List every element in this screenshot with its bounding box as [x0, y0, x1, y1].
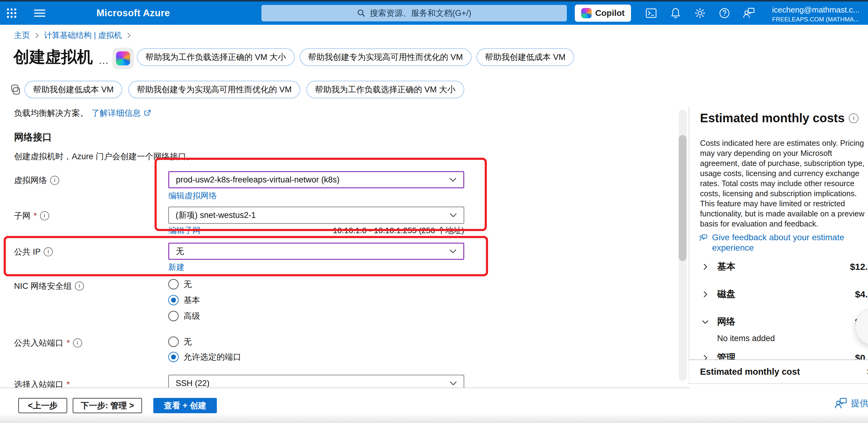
- radio-unselected-icon: [168, 311, 179, 321]
- chevron-right-icon: [35, 32, 39, 39]
- suggestion-high-availability-button[interactable]: 帮助我创建专为实现高可用性而优化的 VM: [128, 81, 300, 98]
- search-placeholder: 搜索资源、服务和文档(G+/): [370, 8, 471, 19]
- help-icon[interactable]: [715, 2, 734, 25]
- nsg-option-none[interactable]: 无: [168, 279, 192, 290]
- info-icon[interactable]: [849, 113, 859, 123]
- required-asterisk: *: [34, 211, 37, 221]
- nsg-option-basic[interactable]: 基本: [168, 294, 200, 306]
- info-icon[interactable]: [50, 176, 59, 185]
- external-link-icon: [144, 109, 151, 117]
- cost-panel-title: Estimated monthly costs: [700, 111, 844, 125]
- field-label-text: 公共 IP: [14, 246, 41, 257]
- chevron-right-icon: [701, 290, 709, 298]
- virtual-network-label: 虚拟网络: [14, 175, 59, 186]
- give-feedback-text: 提供反馈: [851, 397, 868, 410]
- info-icon[interactable]: [75, 281, 84, 291]
- cost-row-basic[interactable]: 基本 $12.9: [701, 260, 868, 273]
- next-step-button[interactable]: 下一步: 管理 >: [73, 398, 142, 413]
- copilot-tile-button[interactable]: [113, 48, 134, 69]
- chevron-down-icon: [449, 249, 457, 254]
- edit-subnet-link[interactable]: 编辑子网: [168, 225, 201, 236]
- cost-row-value: $12.9: [850, 262, 868, 272]
- radio-label: 允许选定的端口: [184, 351, 241, 363]
- radio-unselected-icon: [168, 279, 179, 289]
- intro-line: 负载均衡解决方案。 了解详细信息: [14, 108, 151, 119]
- total-label: Estimated monthly cost: [700, 367, 800, 377]
- radio-selected-icon: [168, 295, 179, 305]
- cost-panel-divider: [689, 107, 689, 384]
- subnet-address-range: 10.10.1.0 - 10.10.1.255 (256 个地址): [333, 225, 464, 236]
- feedback-person-icon: [834, 398, 847, 409]
- suggestion-high-availability-button[interactable]: 帮助我创建专为实现高可用性而优化的 VM: [300, 48, 471, 66]
- radio-label: 无: [184, 279, 192, 290]
- edit-virtual-network-link[interactable]: 编辑虚拟网络: [168, 190, 217, 201]
- radio-unselected-icon: [168, 337, 179, 347]
- public-ip-label: 公共 IP: [14, 246, 53, 257]
- network-interface-description: 创建虚拟机时，Azure 门户会创建一个网络接口。: [14, 151, 194, 162]
- suggestion-low-cost-button[interactable]: 帮助我创建低成本 VM: [476, 48, 574, 66]
- review-create-button[interactable]: 查看 + 创建: [153, 398, 217, 413]
- subnet-select[interactable]: (新项) snet-westus2-1: [168, 207, 464, 224]
- field-label-text: 子网: [14, 210, 31, 221]
- breadcrumb-parent-link[interactable]: 计算基础结构 | 虚拟机: [44, 30, 122, 41]
- selected-value: (新项) snet-westus2-1: [176, 210, 256, 221]
- give-feedback-link[interactable]: 提供反馈: [834, 397, 868, 410]
- suggestion-vm-size-button[interactable]: 帮助我为工作负载选择正确的 VM 大小: [137, 48, 295, 66]
- app-launcher-waffle-icon[interactable]: [2, 2, 21, 25]
- field-label-text: 虚拟网络: [14, 175, 47, 186]
- previous-step-button[interactable]: <上一步: [18, 398, 67, 413]
- cost-network-note: No items added: [717, 334, 775, 343]
- info-icon[interactable]: [40, 211, 49, 220]
- copilot-logo-icon: [116, 51, 130, 65]
- copilot-suggestions-row-inline: 帮助我创建低成本 VM 帮助我创建专为实现高可用性而优化的 VM 帮助我为工作负…: [25, 81, 464, 98]
- virtual-network-select[interactable]: prod-usw2-k8s-freeleaps-virtual-networ (…: [168, 171, 464, 188]
- cost-row-label: 磁盘: [717, 288, 736, 301]
- breadcrumb-home-link[interactable]: 主页: [14, 30, 30, 41]
- radio-label: 高级: [184, 311, 200, 321]
- inbound-option-none[interactable]: 无: [168, 336, 192, 347]
- cloud-shell-icon[interactable]: [642, 2, 660, 25]
- notifications-bell-icon[interactable]: [666, 2, 685, 25]
- product-title[interactable]: Microsoft Azure: [96, 2, 170, 25]
- public-ip-select[interactable]: 无: [168, 243, 464, 260]
- more-options-button[interactable]: …: [98, 54, 110, 66]
- cost-row-network[interactable]: 网络 $0.0: [701, 315, 868, 328]
- suggestion-low-cost-button[interactable]: 帮助我创建低成本 VM: [25, 81, 122, 98]
- settings-gear-icon[interactable]: [691, 2, 709, 25]
- copilot-button[interactable]: Copilot: [575, 5, 631, 22]
- scrollbar-thumb[interactable]: [679, 135, 687, 261]
- estimate-feedback-text: Give feedback about your estimate experi…: [712, 232, 858, 253]
- floating-widget-button[interactable]: [855, 308, 868, 345]
- info-icon[interactable]: [44, 247, 53, 256]
- account-email: icecheng@mathmast.c...: [772, 5, 868, 15]
- cost-panel-title-row: Estimated monthly costs: [700, 111, 859, 125]
- inbound-option-allow-selected[interactable]: 允许选定的端口: [168, 351, 241, 363]
- hamburger-menu-icon[interactable]: [31, 2, 49, 25]
- azure-top-bar: Microsoft Azure 搜索资源、服务和文档(G+/) Copilot: [0, 2, 868, 25]
- account-info[interactable]: icecheng@mathmast.c... FREELEAPS.COM (MA…: [772, 5, 868, 23]
- search-icon: [357, 9, 366, 18]
- bottom-edge-shade: [0, 413, 868, 423]
- network-interface-heading: 网络接口: [14, 131, 52, 144]
- cost-row-disk[interactable]: 磁盘 $4.8: [701, 288, 868, 301]
- chevron-down-icon: [449, 177, 457, 182]
- breadcrumb: 主页 计算基础结构 | 虚拟机: [14, 30, 131, 41]
- search-input[interactable]: 搜索资源、服务和文档(G+/): [261, 5, 567, 21]
- cost-panel-total-row: Estimated monthly cost $17: [689, 360, 868, 384]
- public-inbound-ports-label: 公共入站端口 *: [14, 337, 82, 348]
- estimate-feedback-link[interactable]: Give feedback about your estimate experi…: [699, 232, 858, 253]
- feedback-person-icon[interactable]: [740, 2, 758, 25]
- product-title-text: Microsoft Azure: [96, 8, 170, 19]
- nsg-option-advanced[interactable]: 高级: [168, 311, 200, 321]
- radio-selected-icon: [168, 352, 179, 362]
- suggestion-vm-size-button[interactable]: 帮助我为工作负载选择正确的 VM 大小: [306, 81, 464, 98]
- create-new-public-ip-link[interactable]: 新建: [168, 262, 184, 273]
- chevron-down-icon: [701, 318, 709, 326]
- info-icon[interactable]: [73, 338, 82, 347]
- subnet-meta-row: 编辑子网 10.10.1.0 - 10.10.1.255 (256 个地址): [168, 225, 464, 236]
- cost-panel-disclaimer: Costs indicated here are estimates only.…: [700, 138, 868, 229]
- learn-more-link[interactable]: 了解详细信息: [91, 108, 141, 119]
- copilot-button-label: Copilot: [595, 8, 625, 18]
- selected-value: prod-usw2-k8s-freeleaps-virtual-networ (…: [176, 175, 340, 185]
- page-title: 创建虚拟机: [13, 47, 93, 68]
